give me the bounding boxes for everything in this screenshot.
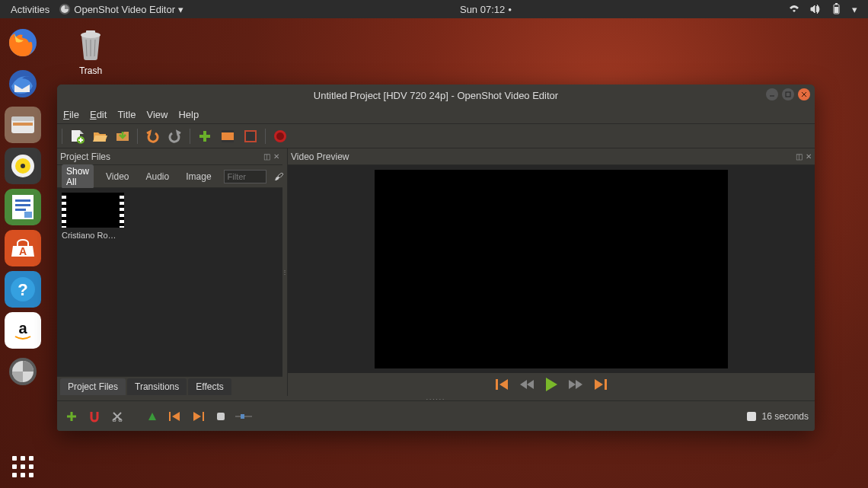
- toolbar: [57, 124, 815, 148]
- clip-name: Cristiano Ro…: [62, 231, 124, 240]
- center-playhead-button[interactable]: [212, 408, 229, 425]
- window-title: Untitled Project [HDV 720 24p] - OpenSho…: [314, 90, 558, 101]
- undo-button[interactable]: [142, 126, 162, 146]
- libreoffice-writer-icon[interactable]: [5, 189, 41, 225]
- playback-controls: [288, 373, 815, 396]
- zoom-slider[interactable]: [235, 408, 252, 425]
- svg-marker-49: [520, 380, 527, 389]
- svg-rect-6: [86, 30, 95, 33]
- wifi-icon[interactable]: [788, 3, 800, 15]
- thunderbird-icon[interactable]: [5, 65, 41, 102]
- menu-help[interactable]: Help: [178, 109, 199, 120]
- jump-end-button[interactable]: [593, 379, 607, 390]
- play-button[interactable]: [544, 378, 558, 391]
- app-menu[interactable]: OpenShot Video Editor ▾: [59, 3, 183, 15]
- filter-image[interactable]: Image: [181, 170, 215, 183]
- timeline-toolbar: 16 seconds: [57, 400, 815, 431]
- razor-button[interactable]: [109, 408, 126, 425]
- window-titlebar[interactable]: Untitled Project [HDV 720 24p] - OpenSho…: [57, 85, 815, 106]
- filter-show-all[interactable]: Show All: [62, 164, 94, 189]
- svg-marker-52: [569, 380, 576, 389]
- menu-view[interactable]: View: [146, 109, 168, 120]
- svg-rect-30: [786, 92, 790, 97]
- activities-button[interactable]: Activities: [11, 4, 49, 15]
- trash-label: Trash: [64, 65, 117, 76]
- jump-start-button[interactable]: [496, 379, 509, 390]
- svg-rect-42: [222, 140, 234, 142]
- help-icon[interactable]: ?: [5, 271, 41, 308]
- redo-button[interactable]: [165, 126, 185, 146]
- svg-marker-54: [595, 379, 603, 390]
- clip-thumbnail[interactable]: Cristiano Ro…: [62, 193, 124, 240]
- files-icon[interactable]: [5, 107, 41, 143]
- panel-close-icon[interactable]: ✕: [273, 152, 279, 161]
- launcher-dock: A ? a: [0, 20, 46, 390]
- trash-icon: [72, 26, 109, 62]
- svg-rect-44: [246, 132, 255, 141]
- menu-title[interactable]: Title: [117, 109, 136, 120]
- video-canvas[interactable]: [292, 170, 810, 368]
- openshot-window: Untitled Project [HDV 720 24p] - OpenSho…: [57, 85, 815, 431]
- svg-marker-53: [576, 380, 582, 389]
- profile-button[interactable]: [218, 126, 238, 146]
- svg-rect-67: [217, 413, 225, 420]
- filter-audio[interactable]: Audio: [142, 170, 174, 183]
- add-track-button[interactable]: [63, 408, 80, 425]
- tab-effects[interactable]: Effects: [188, 378, 231, 395]
- tab-project-files[interactable]: Project Files: [60, 378, 126, 395]
- svg-rect-21: [15, 209, 26, 211]
- system-menu-chevron[interactable]: ▾: [852, 4, 857, 15]
- svg-rect-20: [15, 204, 30, 206]
- svg-marker-50: [527, 380, 534, 389]
- prev-marker-button[interactable]: [167, 408, 183, 425]
- close-button[interactable]: [798, 88, 810, 100]
- panel-close-icon[interactable]: ✕: [806, 152, 812, 161]
- project-files-header: Project Files: [60, 152, 110, 162]
- menubar: File Edit Title View Help: [57, 106, 815, 124]
- add-marker-button[interactable]: [144, 408, 161, 425]
- firefox-icon[interactable]: [5, 24, 41, 61]
- project-files-list[interactable]: Cristiano Ro…: [57, 188, 282, 376]
- video-preview-panel: Video Preview ◫✕: [287, 148, 815, 396]
- openshot-icon[interactable]: [5, 353, 41, 390]
- rhythmbox-icon[interactable]: [5, 148, 41, 184]
- svg-rect-14: [13, 123, 33, 126]
- clear-filter-icon[interactable]: 🖌: [274, 171, 283, 182]
- tab-transitions[interactable]: Transitions: [127, 378, 187, 395]
- minimize-button[interactable]: [766, 88, 778, 100]
- export-button[interactable]: [270, 126, 290, 146]
- clock[interactable]: Sun 07:12 ●: [460, 4, 512, 15]
- filter-input[interactable]: [224, 170, 266, 183]
- svg-text:?: ?: [18, 280, 27, 299]
- maximize-button[interactable]: [782, 88, 794, 100]
- rewind-button[interactable]: [520, 380, 534, 389]
- volume-icon[interactable]: [809, 3, 822, 15]
- snapping-button[interactable]: [86, 408, 103, 425]
- video-preview-header: Video Preview: [291, 152, 349, 162]
- panel-undock-icon[interactable]: ◫: [263, 152, 270, 161]
- new-project-button[interactable]: [67, 126, 87, 146]
- battery-icon[interactable]: [831, 3, 843, 15]
- open-project-button[interactable]: [90, 126, 110, 146]
- trash-desktop-icon[interactable]: Trash: [64, 26, 117, 76]
- svg-rect-3: [835, 3, 838, 5]
- menu-edit[interactable]: Edit: [90, 109, 107, 120]
- svg-point-17: [21, 164, 25, 168]
- timeline-checkbox[interactable]: [747, 412, 756, 421]
- save-project-button[interactable]: [113, 126, 132, 146]
- amazon-icon[interactable]: a: [5, 312, 41, 349]
- fastforward-button[interactable]: [569, 380, 582, 389]
- menu-file[interactable]: File: [63, 109, 79, 120]
- fullscreen-button[interactable]: [241, 126, 260, 146]
- panel-undock-icon[interactable]: ◫: [796, 152, 803, 161]
- next-marker-button[interactable]: [190, 408, 206, 425]
- show-applications-button[interactable]: [12, 456, 34, 477]
- filter-video[interactable]: Video: [101, 170, 133, 183]
- svg-rect-69: [241, 414, 244, 419]
- film-strip-icon: [62, 193, 124, 228]
- app-menu-label: OpenShot Video Editor: [74, 4, 175, 15]
- svg-marker-34: [80, 130, 84, 134]
- svg-point-46: [276, 132, 284, 140]
- ubuntu-software-icon[interactable]: A: [5, 230, 41, 266]
- import-button[interactable]: [195, 126, 215, 146]
